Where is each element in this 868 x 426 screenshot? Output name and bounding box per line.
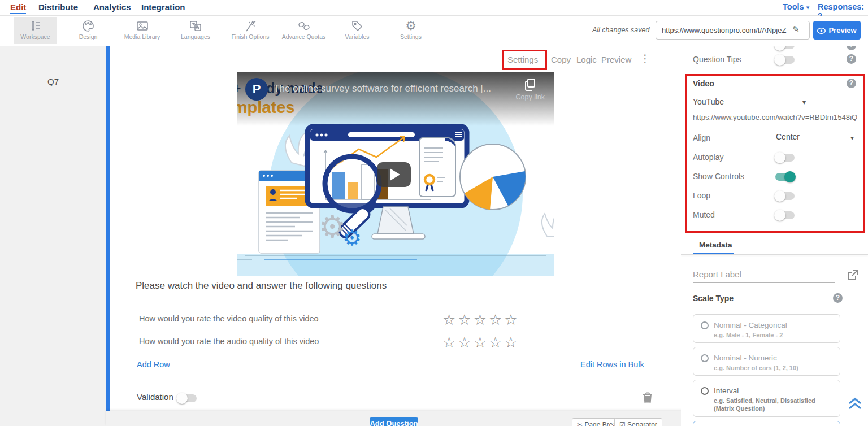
loop-toggle[interactable] xyxy=(775,192,795,200)
save-status: All changes saved xyxy=(592,26,649,34)
video-player[interactable]: 50+ ready made templates xyxy=(237,72,554,276)
scale-option-partial[interactable] xyxy=(693,421,840,426)
star-rating-row-2[interactable]: ☆☆☆☆☆ xyxy=(442,335,520,350)
tab-preview[interactable]: Preview xyxy=(601,55,631,64)
play-button[interactable] xyxy=(377,162,411,187)
tools-menu[interactable]: Tools ▾ xyxy=(783,2,809,11)
matrix-row-label[interactable]: How would you rate the video quality of … xyxy=(139,314,319,323)
copy-icon xyxy=(524,78,536,92)
question-number-label[interactable]: Q7 xyxy=(47,77,59,86)
align-label: Align xyxy=(693,133,710,142)
add-question-button[interactable]: Add Question xyxy=(370,417,418,426)
caret-down-icon[interactable]: ▾ xyxy=(802,98,806,106)
tab-copy[interactable]: Copy xyxy=(551,55,571,64)
autoplay-toggle[interactable] xyxy=(775,154,795,162)
help-icon[interactable]: ? xyxy=(847,54,856,64)
divider xyxy=(110,382,681,382)
workspace-icon xyxy=(14,17,57,33)
scale-type-label: Scale Type xyxy=(693,294,734,303)
scissors-icon: ✂ xyxy=(577,421,583,426)
video-title-gradient xyxy=(237,72,554,126)
palette-icon xyxy=(67,17,110,33)
help-icon[interactable]: ? xyxy=(833,293,843,303)
collapse-panel-icon[interactable] xyxy=(848,397,862,411)
matrix-row-label[interactable]: How would you rate the audio quality of … xyxy=(139,337,319,346)
toolbar-settings[interactable]: ⚙ Settings xyxy=(389,17,433,44)
toolbar-design[interactable]: Design xyxy=(67,17,110,44)
delete-question-icon[interactable] xyxy=(643,392,653,403)
toolbar-finish-options[interactable]: Finish Options xyxy=(225,17,276,44)
toolbar-variables[interactable]: Variables xyxy=(336,17,378,44)
loop-label: Loop xyxy=(693,191,710,200)
copy-link-button[interactable]: Copy link xyxy=(516,78,545,101)
illustration-ground xyxy=(237,254,554,276)
scale-option-interval[interactable]: Interval e.g. Satisfied, Neutral, Dissat… xyxy=(693,380,840,417)
show-controls-label: Show Controls xyxy=(693,172,744,181)
gear-icon: ⚙ xyxy=(342,227,362,249)
edit-rows-in-bulk-link[interactable]: Edit Rows in Bulk xyxy=(580,360,644,369)
validation-toggle[interactable] xyxy=(177,394,197,402)
top-nav: Edit Distribute Analytics Integration To… xyxy=(0,0,868,16)
question-tips-label: Question Tips xyxy=(693,55,741,64)
question-text[interactable]: Please watch the video and answer the fo… xyxy=(136,280,387,292)
question-settings-panel: ? Question Tips ? Video ? YouTube ▾ http… xyxy=(681,46,868,426)
radio-icon[interactable] xyxy=(701,321,709,329)
separator-button[interactable]: ☑ Separator xyxy=(614,418,662,426)
nav-tab-analytics[interactable]: Analytics xyxy=(93,2,131,12)
nav-tab-integration[interactable]: Integration xyxy=(141,2,185,12)
preview-button[interactable]: Preview xyxy=(813,21,861,40)
questionpro-edit-screen: Edit Distribute Analytics Integration To… xyxy=(0,0,868,426)
nav-tab-distribute[interactable]: Distribute xyxy=(38,2,78,12)
help-icon[interactable]: ? xyxy=(847,46,856,50)
star-rating-row-1[interactable]: ☆☆☆☆☆ xyxy=(442,312,520,327)
radio-icon[interactable] xyxy=(701,387,709,395)
magic-wand-icon xyxy=(225,17,276,33)
tab-settings[interactable]: Settings xyxy=(507,55,538,64)
toolbar-languages[interactable]: Languages xyxy=(173,17,218,44)
certificate-illustration xyxy=(419,138,455,197)
video-section-title: Video xyxy=(693,79,714,88)
selected-question-indicator xyxy=(106,46,110,411)
external-link-icon[interactable] xyxy=(848,270,858,280)
question-tips-toggle[interactable] xyxy=(775,56,795,64)
edit-url-pencil-icon[interactable]: ✎ xyxy=(792,24,800,34)
help-icon[interactable]: ? xyxy=(847,79,856,88)
clipped-toggle[interactable] xyxy=(775,46,795,49)
divider xyxy=(136,295,654,295)
image-icon xyxy=(116,17,168,33)
muted-label: Muted xyxy=(693,210,715,219)
toolbar-media-library[interactable]: Media Library xyxy=(116,17,168,44)
video-provider-select[interactable]: YouTube xyxy=(693,97,724,106)
add-row-link[interactable]: Add Row xyxy=(137,360,170,369)
pie-chart-illustration xyxy=(460,144,526,210)
autoplay-label: Autoplay xyxy=(693,153,723,162)
nav-tab-edit[interactable]: Edit xyxy=(10,2,26,14)
video-url-input[interactable]: https://www.youtube.com/watch?v=RBDtm154… xyxy=(693,113,857,124)
tab-metadata[interactable]: Metadata xyxy=(699,241,732,249)
caret-down-icon: ▾ xyxy=(806,4,810,11)
scale-option-nominal-categorical[interactable]: Nominal - Categorical e.g. Male - 1, Fem… xyxy=(693,314,840,343)
align-value[interactable]: Center xyxy=(776,132,800,141)
validation-label: Validation xyxy=(137,392,173,402)
radio-icon[interactable] xyxy=(701,354,709,362)
question-list-sidebar xyxy=(0,46,106,426)
chain-link-icon xyxy=(277,17,331,33)
report-label-input[interactable]: Report Label xyxy=(693,269,835,283)
muted-toggle[interactable] xyxy=(775,211,795,219)
show-controls-toggle[interactable] xyxy=(775,173,795,181)
toolbar-advance-quotas[interactable]: Advance Quotas xyxy=(277,17,331,44)
tag-icon xyxy=(336,17,378,33)
more-options-icon[interactable]: ⋮ xyxy=(640,52,650,65)
scale-option-nominal-numeric[interactable]: Nominal - Numeric e.g. Number of cars (1… xyxy=(693,347,840,376)
tab-logic[interactable]: Logic xyxy=(576,55,597,64)
checkbox-icon: ☑ xyxy=(619,421,626,426)
toolbar-workspace[interactable]: Workspace xyxy=(14,17,57,44)
survey-url-input[interactable]: https://www.questionpro.com/t/ANpjeZ xyxy=(656,21,810,40)
translate-icon xyxy=(173,17,218,33)
divider xyxy=(681,254,868,255)
questionpro-logo: P xyxy=(245,78,268,101)
gear-icon: ⚙ xyxy=(389,17,433,33)
caret-down-icon[interactable]: ▾ xyxy=(850,134,854,142)
video-title: The online survey software for efficient… xyxy=(274,83,491,94)
